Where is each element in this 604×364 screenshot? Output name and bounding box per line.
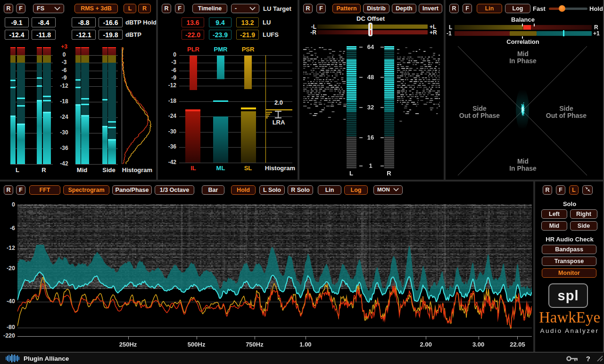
pattern-tab[interactable]: Pattern <box>332 4 361 13</box>
solo-side-button[interactable]: Side <box>570 221 597 231</box>
gonio-left-label: Side <box>451 105 508 112</box>
meter-zone <box>37 48 42 55</box>
spectrum-freq-label: 22.05 <box>503 341 531 348</box>
panel-level-meters: R F FS RMS + 3dB L R -9.1 -8.4 -8.8 -16.… <box>0 0 156 180</box>
loudness-scale-label: -24 <box>160 113 176 119</box>
ratio-bar-label: PMR <box>211 46 230 53</box>
meter-zone <box>17 48 25 55</box>
solo-right-button[interactable]: Right <box>570 209 597 219</box>
gonio-top-label: Mid <box>495 50 551 58</box>
solo-mid-button[interactable]: Mid <box>541 221 567 231</box>
meter-level-edge <box>75 104 81 106</box>
reset-button[interactable]: R <box>4 4 13 13</box>
left-channel-button[interactable]: L <box>124 4 136 13</box>
histogram-label: Histogram <box>118 166 157 174</box>
bandpass-button[interactable]: Bandpass <box>542 245 596 254</box>
panel-separator <box>298 0 299 180</box>
meter-zone <box>81 55 89 63</box>
hawkeye-analyzer-window: R F FS RMS + 3dB L R -9.1 -8.4 -8.8 -16.… <box>0 0 604 364</box>
meter-zone <box>81 48 89 55</box>
lra-tick <box>265 116 269 116</box>
meter-hold-segment <box>108 127 116 128</box>
depth-tab[interactable]: Depth <box>392 4 416 13</box>
reset-button[interactable]: R <box>449 4 459 13</box>
gonio-right-label2: Out of Phase <box>538 112 595 119</box>
invert-button[interactable]: Invert <box>419 4 442 13</box>
level-bar <box>241 111 256 163</box>
meter-hold-segment <box>10 80 16 81</box>
panel-separator <box>156 0 158 180</box>
dbtp-hold-label: dBTP Hold <box>125 19 157 26</box>
transpose-button[interactable]: Transpose <box>542 256 596 266</box>
meter-level-edge <box>102 126 108 127</box>
meter-zone <box>81 116 89 164</box>
balance-r-label: R <box>594 24 598 31</box>
meter-hold-segment <box>10 87 16 88</box>
meter-scale-label: -18 <box>54 98 74 105</box>
solo-left-button[interactable]: Left <box>541 209 567 219</box>
loudness-scale-label: -18 <box>160 98 176 104</box>
speed-slider-track[interactable] <box>549 8 587 10</box>
loudness-chart: 0-3-6-9-12-18-24-30-36-42PLRPMRPSRILMLSL <box>158 0 298 180</box>
monitor-button[interactable]: Monitor <box>542 268 596 278</box>
help-button[interactable]: ? <box>586 355 590 363</box>
lin-tab[interactable]: Lin <box>477 4 502 13</box>
dbtp-hold-readout: -8.8 <box>72 17 96 27</box>
fast-label: Fast <box>533 5 546 12</box>
dc-pos-r-label: +R <box>430 29 437 36</box>
meter-zone <box>37 55 42 63</box>
dc-offset-marker <box>368 23 372 36</box>
dbtp-label: dBTP <box>125 31 141 38</box>
spectrum-freq-label: 250Hz <box>114 341 142 348</box>
dc-offset-bar-r <box>317 30 428 34</box>
dbtp-readout: -12.4 <box>5 30 29 40</box>
balance-label: Balance <box>495 16 551 23</box>
meter-zone <box>37 63 42 100</box>
spl-logo: spl <box>548 283 588 308</box>
loudness-scale-label: -36 <box>160 143 176 150</box>
meter-hold-segment <box>37 85 42 87</box>
freeze-button[interactable]: F <box>316 4 326 13</box>
scale-mode-value: FS <box>37 6 44 12</box>
meter-gridline <box>10 164 53 165</box>
loudness-gridline <box>179 163 292 163</box>
dc-neg-r-label: -R <box>305 29 316 36</box>
meter-scale-label: 0 <box>54 51 74 58</box>
reset-button[interactable]: R <box>303 4 313 13</box>
balance-l-label: L <box>449 24 452 31</box>
meter-zone <box>10 116 16 164</box>
loudness-scale-label: -3 <box>160 59 176 66</box>
resize-grip-icon[interactable] <box>597 356 603 362</box>
gonio-right-label: Side <box>538 105 595 112</box>
dbtp-readout: -11.8 <box>32 30 56 40</box>
loudness-scale-label: -9 <box>160 74 176 81</box>
rms-mode-button[interactable]: RMS + 3dB <box>74 4 118 13</box>
lra-ibeam-cap <box>275 111 281 112</box>
scale-mode-dropdown[interactable]: FS <box>33 4 64 13</box>
link-button[interactable]: L <box>569 185 579 195</box>
freeze-button[interactable]: F <box>556 185 565 195</box>
freeze-button[interactable]: F <box>16 4 25 13</box>
meter-scale-label: -12 <box>54 83 74 89</box>
reset-button[interactable]: R <box>543 185 552 195</box>
collapse-button[interactable] <box>582 185 593 195</box>
channel-label-r: R <box>34 166 53 174</box>
right-channel-button[interactable]: R <box>138 4 151 13</box>
channel-label-mid: Mid <box>73 166 91 174</box>
plugin-alliance-logo-icon <box>6 354 20 363</box>
level-bar-label: SL <box>239 165 257 172</box>
meter-bar <box>43 47 51 164</box>
meter-zone <box>75 105 81 164</box>
meter-scale-label: -30 <box>54 129 74 136</box>
freeze-button[interactable]: F <box>463 4 472 13</box>
level-bar <box>185 111 200 163</box>
speed-slider-knob[interactable] <box>559 5 565 12</box>
meter-zone <box>43 55 51 63</box>
meter-zone <box>81 63 89 116</box>
footer-brand[interactable]: Plugin Alliance <box>24 355 69 362</box>
license-key-icon[interactable] <box>566 356 579 362</box>
log-tab[interactable]: Log <box>505 4 530 13</box>
panel-separator <box>444 0 446 180</box>
meter-level-edge <box>10 116 16 117</box>
distrib-tab[interactable]: Distrib <box>363 4 389 13</box>
